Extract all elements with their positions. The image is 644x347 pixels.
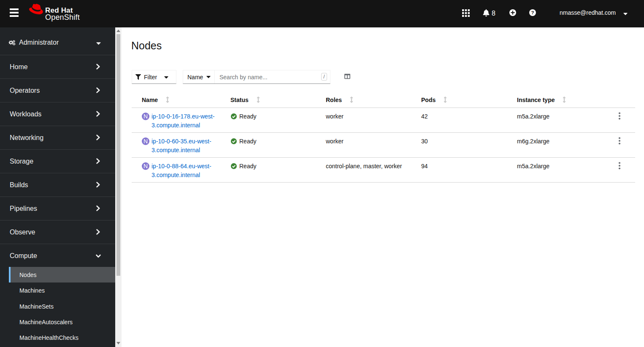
svg-text:?: ? xyxy=(531,10,534,15)
